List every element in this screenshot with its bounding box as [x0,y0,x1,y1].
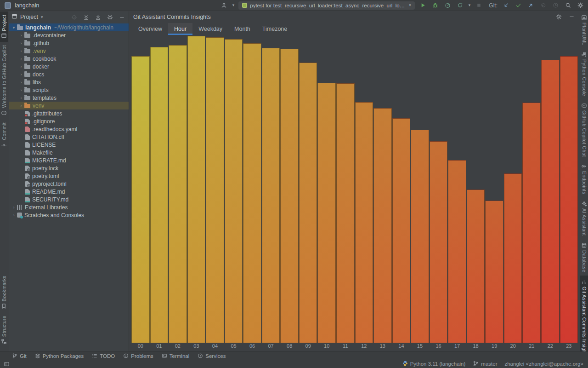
tool-window-button-git[interactable]: Git [12,353,27,359]
tool-stripe-commit[interactable]: Commit [0,119,8,151]
user-icon[interactable] [220,1,228,10]
tree-item-github[interactable]: ›.github [9,39,129,47]
tree-item-external-libraries[interactable]: ›External Libraries [9,203,129,211]
bar-hour-03[interactable] [187,36,206,343]
bar-hour-09[interactable] [299,63,317,343]
tool-window-button-terminal[interactable]: Terminal [162,353,189,359]
bar-hour-11[interactable] [336,83,355,343]
tree-item-citation-cff[interactable]: CITATION.cff [9,133,129,141]
tab-hour[interactable]: Hour [168,23,192,35]
tree-item-readme-md[interactable]: README.md [9,188,129,196]
settings-button[interactable] [576,1,584,10]
hide-panel-button[interactable] [118,13,126,21]
tool-window-button-problems[interactable]: Problems [123,353,153,359]
tree-item-docs[interactable]: ›docs [9,70,129,78]
chevron-down-icon[interactable]: ▾ [232,3,235,7]
chevron-right-icon[interactable]: › [18,41,24,46]
tool-stripe-structure[interactable]: Structure [0,312,8,348]
bar-hour-04[interactable] [206,37,224,343]
bar-hour-12[interactable] [355,102,373,343]
bar-hour-16[interactable] [430,141,448,343]
status-master[interactable]: master [473,361,497,368]
bar-hour-21[interactable] [522,103,541,343]
tree-item-migrate-md[interactable]: MIGRATE.md [9,156,129,164]
git-commit-button[interactable] [514,1,522,10]
panel-hide-button[interactable] [567,13,576,21]
bar-hour-20[interactable] [504,173,522,343]
bar-hour-10[interactable] [317,83,336,343]
tree-item-venv[interactable]: ›venv [9,102,129,109]
chevron-right-icon[interactable]: › [18,104,24,108]
bar-hour-14[interactable] [392,118,411,343]
project-view-select[interactable]: Project ▾ [11,13,43,21]
tree-item-pyproject-toml[interactable]: pyproject.toml [9,180,129,188]
chevron-right-icon[interactable]: › [11,213,17,218]
run-configuration-select[interactable]: pytest for test_recursive_url_loader:tes… [238,1,415,10]
bar-hour-05[interactable] [225,39,243,343]
tree-item-templates[interactable]: ›templates [9,94,129,102]
tab-timezone[interactable]: Timezone [256,23,293,35]
tool-window-button-python-packages[interactable]: Python Packages [35,353,84,359]
bar-hour-01[interactable] [150,47,169,343]
tree-item-license[interactable]: LICENSE [9,141,129,149]
bar-hour-15[interactable] [411,130,429,343]
layout-icon[interactable] [4,361,10,367]
chevron-right-icon[interactable]: › [11,205,17,210]
tree-item-poetry-toml[interactable]: poetry.toml [9,172,129,180]
tab-weekday[interactable]: Weekday [192,23,228,35]
collapse-all-button[interactable] [94,13,102,21]
tree-item-docker[interactable]: ›docker [9,63,129,70]
chevron-right-icon[interactable]: › [18,80,24,85]
profiler-button[interactable] [444,1,452,10]
panel-options-button[interactable] [554,13,563,21]
status-python-3-11-langchain[interactable]: Python 3.11 (langchain) [402,361,466,367]
tool-stripe-ai-assistant[interactable]: AI Assistant [580,197,588,239]
tree-item-libs[interactable]: ›libs [9,78,129,86]
tool-stripe-endpoints[interactable]: Endpoints [580,160,588,197]
tool-stripe-welcome-to-github-copilot[interactable]: Welcome to GitHub Copilot [0,42,8,119]
tree-item-makefile[interactable]: Makefile [9,149,129,156]
tool-stripe-bookmarks[interactable]: Bookmarks [0,272,8,312]
bar-hour-23[interactable] [560,56,578,343]
bar-hour-07[interactable] [262,48,280,343]
expand-all-button[interactable] [82,13,90,21]
bar-hour-13[interactable] [373,108,392,343]
project-options-button[interactable] [106,13,114,21]
tool-stripe-database[interactable]: Database [580,239,588,276]
chevron-right-icon[interactable]: › [18,49,24,53]
chevron-right-icon[interactable]: › [18,57,24,61]
debug-button[interactable] [431,1,440,10]
bar-hour-19[interactable] [485,201,503,343]
tree-item-scripts[interactable]: ›scripts [9,86,129,94]
tool-stripe-git-assistant-commits-insights[interactable]: Git Assistant Commits Insights [580,276,588,361]
tree-item-scratches-and-consoles[interactable]: ›Scratches and Consoles [9,211,129,219]
tool-stripe-project[interactable]: Project [0,12,8,42]
tool-stripe-github-copilot-chat[interactable]: GitHub Copilot Chat [580,99,588,160]
bar-hour-06[interactable] [243,43,261,343]
chevron-right-icon[interactable]: › [18,88,24,92]
bar-hour-08[interactable] [280,49,299,343]
tab-overview[interactable]: Overview [132,23,168,35]
bar-hour-02[interactable] [169,45,187,343]
tree-item-gitattributes[interactable]: .gitattributes [9,109,129,117]
chevron-right-icon[interactable]: › [18,33,24,38]
chevron-right-icon[interactable]: › [18,64,24,69]
tree-item-security-md[interactable]: SECURITY.md [9,196,129,203]
bar-hour-00[interactable] [131,56,150,343]
chevron-right-icon[interactable]: › [18,72,24,77]
tree-item-venv[interactable]: ›.venv [9,47,129,55]
tool-window-button-todo[interactable]: TODO [92,353,115,359]
tool-window-button-services[interactable]: Services [198,353,226,359]
tree-item-poetry-lock[interactable]: poetry.lock [9,164,129,172]
chevron-down-icon[interactable]: ▾ [469,3,471,7]
bar-hour-17[interactable] [448,160,466,343]
status-zhanglei-zhanglei-apache-org[interactable]: zhanglei <zhanglei@apache.org> [504,361,583,367]
bar-hour-22[interactable] [541,60,560,343]
tree-item-cookbook[interactable]: ›cookbook [9,55,129,63]
tool-stripe-plantuml[interactable]: PlantUML [580,12,588,48]
bar-hour-18[interactable] [467,190,485,343]
git-update-button[interactable] [502,1,510,10]
tree-item-gitignore[interactable]: .gitignore [9,117,129,125]
run-with-coverage-button[interactable] [456,1,464,10]
run-button[interactable] [419,1,427,10]
